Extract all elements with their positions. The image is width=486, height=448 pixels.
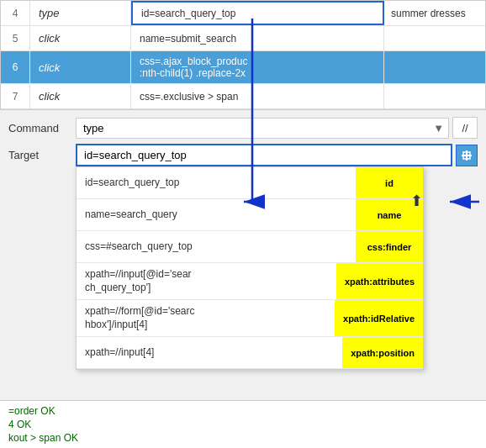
- target-input[interactable]: [76, 144, 452, 166]
- table-row[interactable]: 4 type id=search_query_top summer dresse…: [1, 1, 485, 26]
- row-num: 6: [1, 51, 30, 83]
- row-target: name=submit_search: [131, 26, 384, 50]
- command-label: Command: [8, 122, 76, 134]
- log-line: =order OK: [8, 404, 478, 418]
- command-select[interactable]: type click: [76, 118, 449, 139]
- autocomplete-item[interactable]: css=#search_query_top css:finder: [77, 231, 423, 263]
- row-value: [384, 84, 485, 108]
- autocomplete-item-badge: xpath:idRelative: [335, 300, 423, 336]
- autocomplete-dropdown: id=search_query_top id name=search_query…: [76, 166, 424, 370]
- command-input-wrapper: type click ▼: [76, 118, 449, 139]
- autocomplete-item-text: css=#search_query_top: [77, 231, 356, 262]
- table-row[interactable]: 7 click css=.exclusive > span: [1, 84, 485, 109]
- command-row: Command type click ▼ //: [0, 117, 486, 139]
- row-target: css=.exclusive > span: [131, 84, 384, 108]
- autocomplete-item-badge: id: [356, 167, 423, 198]
- row-type: click: [30, 26, 131, 50]
- row-target: css=.ajax_block_produc:nth-child(1) .rep…: [131, 51, 384, 83]
- autocomplete-item-badge: xpath:attributes: [336, 263, 423, 299]
- main-container: 4 type id=search_query_top summer dresse…: [0, 0, 486, 448]
- row-type: click: [30, 51, 131, 83]
- row-type: type: [30, 1, 131, 25]
- row-num: 7: [1, 84, 30, 108]
- autocomplete-item[interactable]: xpath=//input[4] xpath:position: [77, 337, 423, 369]
- target-row: Target id=search_query_top id name=searc…: [0, 144, 486, 166]
- autocomplete-item-text: xpath=//input[4]: [77, 337, 342, 368]
- row-num: 5: [1, 26, 30, 50]
- autocomplete-item-text: name=search_query: [77, 199, 356, 230]
- target-picker-button[interactable]: [456, 145, 478, 166]
- target-input-wrapper: id=search_query_top id name=search_query…: [76, 144, 452, 166]
- table-row[interactable]: 5 click name=submit_search: [1, 26, 485, 51]
- log-area: =order OK 4 OK kout > span OK: [0, 400, 486, 448]
- autocomplete-item-badge: name: [356, 199, 423, 230]
- target-crosshair-icon: [461, 150, 473, 161]
- log-line: 4 OK: [8, 418, 478, 431]
- row-num: 4: [1, 1, 30, 25]
- row-value: [384, 26, 485, 50]
- autocomplete-item[interactable]: name=search_query name: [77, 199, 423, 231]
- autocomplete-item[interactable]: xpath=//form[@id='searchbox']/input[4] x…: [77, 300, 423, 337]
- row-target[interactable]: id=search_query_top: [131, 1, 384, 25]
- autocomplete-item-text: xpath=//form[@id='searchbox']/input[4]: [77, 300, 335, 336]
- autocomplete-item-text: xpath=//input[@id='search_query_top']: [77, 263, 336, 299]
- row-type: click: [30, 84, 131, 108]
- target-label: Target: [8, 149, 76, 161]
- autocomplete-item[interactable]: xpath=//input[@id='search_query_top'] xp…: [77, 263, 423, 300]
- comment-button[interactable]: //: [452, 117, 478, 139]
- autocomplete-item-text: id=search_query_top: [77, 167, 356, 198]
- row-value: [384, 51, 485, 83]
- autocomplete-item-badge: css:finder: [356, 231, 423, 262]
- command-table: 4 type id=search_query_top summer dresse…: [0, 0, 486, 110]
- autocomplete-item-badge: xpath:position: [342, 337, 423, 368]
- table-row[interactable]: 6 click css=.ajax_block_produc:nth-child…: [1, 51, 485, 84]
- row-value: summer dresses: [384, 1, 485, 25]
- autocomplete-item[interactable]: id=search_query_top id: [77, 167, 423, 199]
- command-form: Command type click ▼ // Target id=search…: [0, 110, 486, 178]
- log-line: kout > span OK: [8, 431, 478, 445]
